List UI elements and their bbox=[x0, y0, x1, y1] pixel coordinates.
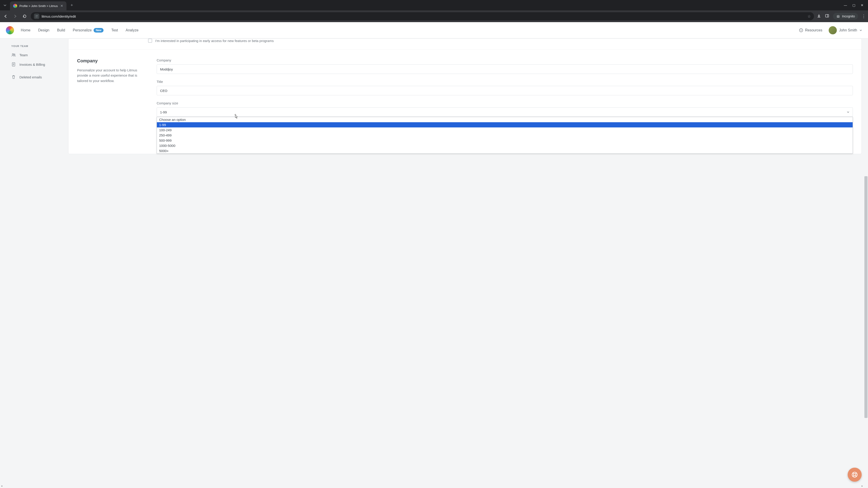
reload-button[interactable] bbox=[21, 13, 28, 20]
company-field-label: Company bbox=[157, 58, 853, 62]
close-window-button[interactable]: ✕ bbox=[861, 3, 864, 7]
sidepanel-icon[interactable] bbox=[825, 13, 829, 19]
lifebuoy-icon bbox=[851, 471, 858, 478]
vertical-scrollbar[interactable] bbox=[864, 44, 868, 484]
horizontal-scrollbar[interactable] bbox=[0, 484, 864, 488]
back-button[interactable] bbox=[2, 13, 9, 20]
sidebar-item-team[interactable]: Team bbox=[0, 50, 68, 60]
dropdown-option[interactable]: 100-249 bbox=[157, 127, 852, 133]
svg-rect-4 bbox=[826, 14, 829, 17]
downloads-icon[interactable] bbox=[817, 13, 821, 19]
scrollbar-thumb[interactable] bbox=[864, 176, 868, 418]
bookmark-icon[interactable]: ☆ bbox=[807, 14, 811, 19]
company-input[interactable] bbox=[157, 64, 853, 74]
checkbox-label: I'm interested in participating in early… bbox=[155, 39, 274, 43]
company-size-label: Company size bbox=[157, 101, 853, 105]
sidebar-item-deleted-emails[interactable]: Deleted emails bbox=[0, 72, 68, 82]
nav-build[interactable]: Build bbox=[57, 28, 65, 32]
sidebar-item-label: Team bbox=[20, 53, 28, 57]
nav-analyze[interactable]: Analyze bbox=[126, 28, 138, 32]
url-text: litmus.com/identity/edit bbox=[41, 14, 805, 18]
svg-point-0 bbox=[36, 15, 36, 16]
resources-link[interactable]: Resources bbox=[799, 28, 822, 32]
sidebar-item-invoices[interactable]: Invoices & Billing bbox=[0, 60, 68, 69]
svg-rect-1 bbox=[36, 15, 38, 16]
invoice-icon bbox=[11, 62, 16, 67]
svg-line-17 bbox=[852, 473, 854, 474]
nav-home[interactable]: Home bbox=[21, 28, 31, 32]
section-heading: Company bbox=[77, 58, 148, 64]
tabs-dropdown-button[interactable] bbox=[0, 0, 10, 10]
sidebar-item-label: Deleted emails bbox=[20, 75, 42, 79]
dropdown-option[interactable]: 250-499 bbox=[157, 133, 852, 138]
svg-point-9 bbox=[12, 54, 13, 55]
nav-personalize-label: Personalize bbox=[73, 28, 92, 32]
sidebar-section-label: YOUR TEAM bbox=[0, 41, 68, 50]
dropdown-option[interactable]: 5000+ bbox=[157, 148, 852, 153]
svg-line-19 bbox=[852, 476, 854, 477]
tab-close-button[interactable]: ✕ bbox=[60, 4, 63, 8]
chevron-down-icon bbox=[860, 29, 862, 32]
svg-point-10 bbox=[14, 54, 15, 55]
browser-tab[interactable]: Profile > John Smith > Litmus ✕ bbox=[10, 1, 66, 10]
svg-rect-3 bbox=[35, 17, 37, 17]
site-settings-icon[interactable] bbox=[34, 13, 39, 19]
company-section: Company Personalize your account to help… bbox=[68, 50, 862, 132]
sidebar-item-label: Invoices & Billing bbox=[20, 63, 45, 66]
address-bar[interactable]: litmus.com/identity/edit ☆ bbox=[31, 12, 814, 20]
browser-toolbar: litmus.com/identity/edit ☆ Incognito ⋮ bbox=[0, 10, 868, 22]
nav-design[interactable]: Design bbox=[38, 28, 50, 32]
minimize-button[interactable]: — bbox=[844, 3, 847, 7]
user-menu[interactable]: John Smith bbox=[829, 26, 862, 34]
team-icon bbox=[11, 53, 16, 57]
dropdown-option[interactable]: 1-99 bbox=[157, 122, 852, 127]
incognito-badge[interactable]: Incognito bbox=[833, 13, 858, 20]
company-size-select[interactable]: 1-99 bbox=[157, 107, 853, 117]
nav-test[interactable]: Test bbox=[111, 28, 118, 32]
litmus-logo-icon[interactable] bbox=[6, 26, 14, 34]
checkbox-icon[interactable] bbox=[148, 39, 152, 43]
help-fab-button[interactable] bbox=[848, 468, 862, 482]
svg-line-18 bbox=[856, 473, 857, 474]
svg-point-7 bbox=[801, 29, 802, 30]
new-tab-button[interactable]: + bbox=[66, 3, 77, 8]
nav-personalize[interactable]: Personalize New bbox=[73, 28, 103, 33]
svg-rect-8 bbox=[801, 30, 802, 31]
favicon-icon bbox=[13, 4, 17, 8]
early-access-checkbox-row[interactable]: I'm interested in participating in early… bbox=[68, 39, 862, 50]
svg-point-16 bbox=[854, 474, 856, 476]
company-size-value: 1-99 bbox=[160, 110, 167, 114]
svg-point-2 bbox=[37, 17, 37, 17]
dropdown-option[interactable]: 500-999 bbox=[157, 138, 852, 143]
browser-menu-button[interactable]: ⋮ bbox=[862, 14, 866, 19]
user-name-label: John Smith bbox=[839, 28, 857, 32]
forward-button[interactable] bbox=[12, 13, 19, 20]
app-header: Home Design Build Personalize New Test A… bbox=[0, 22, 868, 38]
company-size-dropdown: Choose an option1-99100-249250-499500-99… bbox=[157, 117, 853, 154]
dropdown-option[interactable]: Choose an option bbox=[157, 117, 852, 122]
title-field-label: Title bbox=[157, 80, 853, 84]
window-controls: — ▢ ✕ bbox=[844, 3, 868, 7]
main-content: I'm interested in participating in early… bbox=[68, 38, 868, 488]
tab-title: Profile > John Smith > Litmus bbox=[20, 4, 58, 8]
trash-icon bbox=[11, 75, 16, 79]
browser-titlebar: Profile > John Smith > Litmus ✕ + — ▢ ✕ bbox=[0, 0, 868, 10]
sidebar: YOUR TEAM Team Invoices & Billing Delete… bbox=[0, 38, 68, 488]
resources-label: Resources bbox=[805, 28, 822, 32]
new-badge: New bbox=[94, 28, 104, 33]
avatar-icon bbox=[829, 26, 837, 34]
dropdown-option[interactable]: 1000-5000 bbox=[157, 143, 852, 148]
maximize-button[interactable]: ▢ bbox=[852, 3, 855, 7]
section-description: Personalize your account to help Litmus … bbox=[77, 68, 148, 84]
incognito-label: Incognito bbox=[842, 14, 855, 18]
main-nav: Home Design Build Personalize New Test A… bbox=[21, 28, 138, 33]
title-input[interactable] bbox=[157, 86, 853, 95]
svg-line-20 bbox=[856, 476, 857, 477]
